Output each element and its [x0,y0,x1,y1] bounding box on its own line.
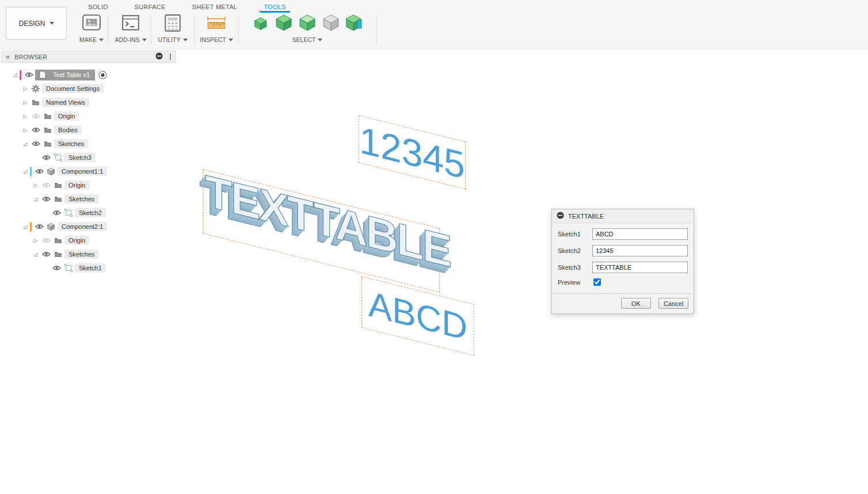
tab-sheet-metal[interactable]: SHEET METAL [179,1,251,12]
eye-hidden-icon[interactable] [40,238,52,243]
eye-icon[interactable] [40,251,52,257]
tree-item-label[interactable]: Sketch1 [75,263,106,273]
chevron-down-icon [99,39,104,41]
expand-icon[interactable]: ▷ [31,236,40,245]
toolbar-separator [151,15,151,45]
browser-tree: ◿ Text Table v1 ▷ Document Settings ▷ Na… [1,63,176,275]
eye-icon[interactable] [30,127,42,133]
eye-icon[interactable] [30,141,42,147]
utility-icon[interactable] [164,14,181,35]
inspect-label[interactable]: INSPECT [200,36,226,43]
tree-item-document-settings[interactable]: ▷ Document Settings [1,82,176,95]
tree-item-sketches[interactable]: ◿ Sketches [1,137,176,151]
minimize-circle-icon[interactable] [557,212,564,220]
tree-item-label[interactable]: Sketches [54,139,88,148]
make-icon[interactable] [82,14,101,35]
activate-target-icon[interactable] [98,71,107,79]
eye-icon[interactable] [23,72,35,78]
addins-icon[interactable] [121,14,140,35]
eye-hidden-icon[interactable] [40,182,52,188]
tree-item-label[interactable]: Origin [64,236,89,245]
select-group: SELECT [244,14,371,43]
tab-tools[interactable]: TOOLS [250,1,299,12]
expand-icon[interactable]: ◿ [21,222,30,231]
tree-item-bodies[interactable]: ▷ Bodies [1,123,176,137]
make-label[interactable]: MAKE [79,36,97,43]
tree-item-label[interactable]: Document Settings [42,84,104,93]
inspect-icon[interactable] [206,14,227,35]
tree-item-c2-origin[interactable]: ▷ Origin [1,233,176,247]
expand-icon[interactable]: ◿ [10,70,20,79]
panel-drag-grip[interactable] [170,53,171,60]
folder-icon [30,98,41,108]
tree-item-label[interactable]: Sketch3 [64,153,96,162]
inspect-group: INSPECT [199,14,234,43]
expand-icon[interactable]: ◿ [31,194,40,204]
eye-icon[interactable] [40,155,52,160]
expand-icon[interactable]: ▷ [21,84,30,93]
tree-item-c1-sketches[interactable]: ◿ Sketches [1,192,176,206]
select-cube-gray-icon[interactable] [322,14,340,33]
tree-item-origin[interactable]: ▷ Origin [1,109,176,123]
selected-item-highlight[interactable]: Text Table v1 [35,70,95,81]
folder-icon [42,125,53,135]
tree-item-component2[interactable]: ◿ Component2:1 [1,220,176,233]
tree-item-named-views[interactable]: ▷ Named Views [1,95,176,109]
tree-item-root-document[interactable]: ◿ Text Table v1 [1,68,176,82]
tree-item-label[interactable]: Named Views [42,98,89,107]
utility-label[interactable]: UTILITY [158,36,180,43]
preview-checkbox[interactable] [593,278,601,286]
eye-icon[interactable] [40,196,52,202]
expand-icon[interactable]: ◿ [31,250,40,259]
tree-item-label[interactable]: Component2:1 [58,222,107,231]
tree-item-label[interactable]: Sketches [64,194,98,204]
tree-item-sketch3[interactable]: Sketch3 [1,151,176,164]
design-menu-button[interactable]: DESIGN [6,7,67,40]
tree-item-label[interactable]: Sketches [64,250,98,259]
eye-icon[interactable] [33,224,45,229]
select-cube-small-icon[interactable] [252,14,269,33]
sketch1-text[interactable]: ABCD [368,286,467,346]
select-cube-face-icon[interactable] [299,14,316,33]
tab-solid[interactable]: SOLID [75,1,121,12]
tree-item-label[interactable]: Component1:1 [58,167,107,176]
sketch1-text-input[interactable] [592,228,688,240]
expand-icon[interactable]: ▷ [21,125,30,135]
eye-icon[interactable] [33,169,45,174]
select-cube-plane-icon[interactable] [346,14,363,33]
expand-icon[interactable]: ◿ [21,167,30,176]
tab-surface[interactable]: SURFACE [121,1,179,12]
tree-item-c1-origin[interactable]: ▷ Origin [1,178,176,192]
addins-label[interactable]: ADD-INS [115,36,139,43]
tree-item-label[interactable]: Bodies [54,125,82,135]
eye-icon[interactable] [51,265,63,271]
tree-item-label[interactable]: Origin [64,181,89,190]
tree-item-c2-sketches[interactable]: ◿ Sketches [1,247,176,261]
select-cube-icon[interactable] [275,14,292,33]
sketch2-text[interactable]: 12345 [359,120,465,185]
tree-item-label[interactable]: Origin [54,112,79,121]
dialog-header[interactable]: TEXTTABLE [552,209,694,223]
component-icon [45,167,56,177]
sketch3-text-input[interactable] [592,262,688,273]
expand-icon[interactable]: ▷ [21,112,30,121]
eye-icon[interactable] [51,210,63,216]
sketch2-text-input[interactable] [592,245,688,256]
panel-collapse-icon[interactable]: « [6,52,10,61]
tree-item-label[interactable]: Text Table v1 [51,70,92,79]
cancel-button[interactable]: Cancel [658,298,688,309]
sketch1-field-label: Sketch1 [558,231,592,238]
expand-icon[interactable]: ▷ [31,181,40,190]
ok-button[interactable]: OK [621,298,651,309]
expand-icon[interactable]: ◿ [21,139,30,148]
tree-item-label[interactable]: Sketch2 [75,208,106,217]
tree-item-component1[interactable]: ◿ Component1:1 [1,164,176,178]
browser-header[interactable]: « BROWSER [1,51,176,63]
minimize-circle-icon[interactable] [155,52,163,61]
tree-item-sketch2[interactable]: Sketch2 [1,206,176,220]
tree-item-sketch1[interactable]: Sketch1 [1,261,176,275]
select-label[interactable]: SELECT [292,36,316,43]
chevron-down-icon [183,39,188,41]
eye-hidden-icon[interactable] [30,113,42,119]
expand-icon[interactable]: ▷ [21,98,30,107]
